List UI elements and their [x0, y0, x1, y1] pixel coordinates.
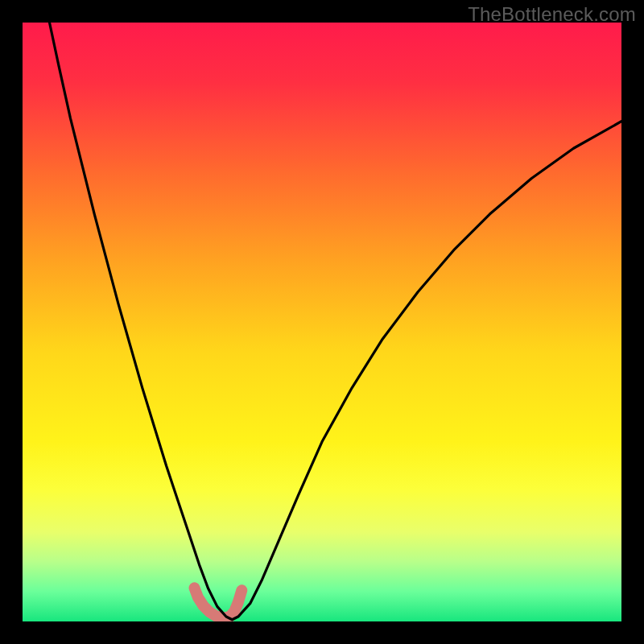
chart-frame: TheBottleneck.com: [0, 0, 644, 644]
curve-layer: [23, 23, 621, 621]
highlight-segment: [195, 588, 242, 617]
plot-area: [23, 23, 621, 621]
bottleneck-curve: [49, 23, 621, 620]
